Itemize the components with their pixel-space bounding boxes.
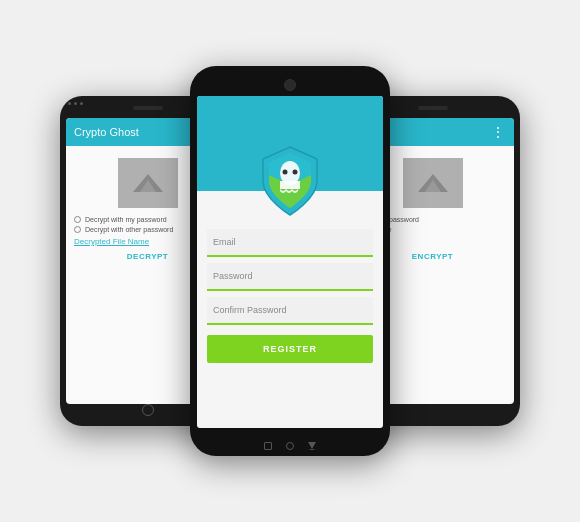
svg-point-2 (283, 170, 288, 175)
password-input[interactable] (207, 263, 373, 291)
left-bottom-nav (142, 402, 154, 420)
mountain-icon-right (418, 174, 448, 192)
confirm-password-input[interactable] (207, 297, 373, 325)
radio-circle-1[interactable] (74, 216, 81, 223)
svg-point-3 (293, 170, 298, 175)
email-input[interactable] (207, 229, 373, 257)
recent-button[interactable] (308, 442, 316, 450)
svg-rect-1 (280, 181, 300, 189)
back-button[interactable] (264, 442, 272, 450)
center-phone: REGISTER (190, 66, 390, 456)
radio-label-2: Decrypt with other password (85, 226, 173, 233)
right-image-placeholder (403, 158, 463, 208)
center-form: REGISTER (197, 229, 383, 363)
topbar-menu-dots[interactable]: ⋮ (491, 125, 506, 139)
radio-circle-2[interactable] (74, 226, 81, 233)
shield-container (259, 145, 321, 221)
register-button[interactable]: REGISTER (207, 335, 373, 363)
center-phone-screen: REGISTER (197, 96, 383, 428)
mountain-icon (133, 174, 163, 192)
shield-icon (259, 145, 321, 217)
home-button[interactable] (286, 442, 294, 450)
center-screen-content: REGISTER (197, 96, 383, 428)
left-image-placeholder (118, 158, 178, 208)
center-bottom-nav (264, 442, 316, 450)
phones-container: Crypto Ghost Decrypt with my password De… (50, 31, 530, 491)
left-home-button[interactable] (142, 404, 154, 416)
radio-label-1: Decrypt with my password (85, 216, 167, 223)
left-topbar-title: Crypto Ghost (74, 126, 139, 138)
center-top-bg (197, 96, 383, 191)
